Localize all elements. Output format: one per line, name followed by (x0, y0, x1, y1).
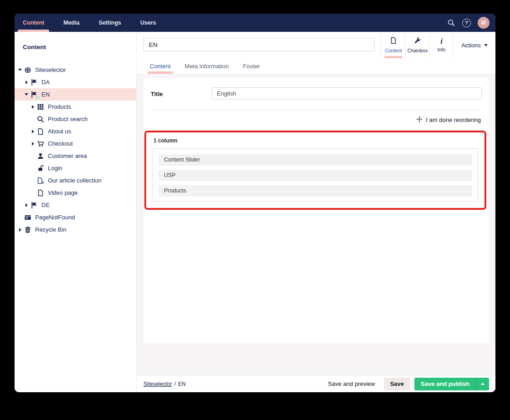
grid-row-products[interactable]: Products (158, 185, 472, 197)
tree-item-about-us[interactable]: About us (15, 125, 136, 137)
tree-item-de[interactable]: DE (15, 199, 136, 211)
expander-spacer (30, 153, 36, 159)
info-icon: i (440, 38, 443, 45)
tree-item-customer-area[interactable]: Customer area (15, 150, 136, 162)
annotation-highlight-box: 1 column Content Slider USP Products (144, 131, 486, 210)
content-tabs: Content Meta information Footer (137, 58, 495, 74)
expander-spacer (17, 214, 23, 221)
breadcrumb-separator: / (174, 381, 176, 387)
expander-icon[interactable] (23, 79, 30, 86)
tree-item-label: Products (48, 103, 71, 110)
search-icon (37, 116, 44, 123)
wrench-icon (414, 37, 421, 46)
document-icon (390, 37, 397, 46)
app-tab-label: Info (438, 47, 446, 52)
top-nav: Content Media Settings Users ? M (15, 14, 495, 32)
tree-item-label: Login (48, 165, 62, 172)
save-and-preview-button[interactable]: Save and preview (328, 380, 375, 387)
app-tab-label: Chainbox (408, 48, 428, 53)
expander-icon[interactable] (30, 128, 36, 135)
app-tab-label: Content (385, 48, 402, 53)
top-nav-right: ? M (447, 14, 495, 32)
expander-icon[interactable] (23, 202, 30, 208)
tree-item-recycle-bin[interactable]: Recycle Bin (15, 223, 136, 236)
save-button[interactable]: Save (384, 378, 410, 390)
tree-item-siteselector[interactable]: Siteselector (15, 64, 136, 76)
app-tab-chainbox[interactable]: Chainbox (405, 32, 429, 58)
tree-item-label: DA (41, 79, 50, 86)
actions-label: Actions (461, 42, 481, 49)
published-dot-icon (36, 96, 39, 99)
tab-meta-information[interactable]: Meta information (185, 58, 229, 74)
tree-item-pagenotfound[interactable]: PageNotFound (15, 211, 136, 223)
publish-options-toggle[interactable] (476, 378, 489, 390)
tree-item-video-page[interactable]: Video page (15, 187, 136, 199)
move-icon (416, 116, 423, 124)
expander-icon[interactable] (17, 67, 23, 73)
nav-item-settings[interactable]: Settings (92, 14, 128, 32)
document-icon (37, 128, 44, 135)
flag-icon (31, 79, 38, 86)
chevron-down-icon (484, 44, 488, 46)
tree-item-label: Customer area (48, 152, 87, 159)
tree-item-product-search[interactable]: Product search (15, 113, 136, 125)
breadcrumb: Siteselector / EN (143, 381, 186, 387)
tab-content[interactable]: Content (150, 58, 171, 74)
tree-item-da[interactable]: DA (15, 76, 136, 88)
tree-item-label: PageNotFound (35, 214, 75, 221)
tree-item-en[interactable]: EN (15, 88, 136, 101)
tree-item-label: DE (41, 202, 50, 208)
grid-container: Content Slider USP Products (153, 148, 478, 202)
search-icon[interactable] (447, 19, 455, 27)
breadcrumb-current: EN (178, 381, 186, 387)
nav-item-users[interactable]: Users (133, 14, 163, 32)
tree-item-our-article-collection[interactable]: Our article collection (15, 174, 136, 187)
expander-spacer (30, 116, 36, 122)
app-window: Content Media Settings Users ? M Content… (15, 14, 495, 392)
expander-icon[interactable] (17, 227, 23, 233)
grid-row-content-slider[interactable]: Content Slider (158, 154, 472, 166)
nav-item-content[interactable]: Content (15, 14, 51, 32)
tree-item-label: EN (41, 91, 50, 98)
tree-item-label: Our article collection (48, 177, 102, 184)
save-and-publish-button[interactable]: Save and publish (414, 378, 489, 390)
tab-footer[interactable]: Footer (243, 58, 260, 74)
tree-item-label: Video page (48, 189, 78, 196)
help-icon[interactable]: ? (462, 19, 471, 27)
expander-icon[interactable] (23, 91, 30, 98)
chevron-up-icon (481, 383, 484, 385)
avatar[interactable]: M (478, 17, 490, 29)
tree-item-login[interactable]: Login (15, 162, 136, 174)
document-icon (37, 189, 44, 197)
editor-footer: Siteselector / EN Save and preview Save … (137, 375, 495, 392)
tree-item-label: Checkout (48, 140, 73, 147)
footer-actions: Save and preview Save Save and publish (328, 378, 489, 390)
grid-section-label: 1 column (153, 137, 478, 144)
editor-header: Content Chainbox i Info Actions (137, 32, 495, 58)
done-reordering-button[interactable]: I am done reordering (151, 116, 481, 124)
app-tab-info[interactable]: i Info (429, 32, 454, 58)
actions-dropdown[interactable]: Actions (454, 32, 495, 58)
expander-icon[interactable] (30, 141, 36, 147)
section-divider (151, 110, 482, 110)
done-reordering-label: I am done reordering (426, 116, 481, 123)
editor-main: Content Chainbox i Info Actions (137, 32, 495, 392)
tree-item-products[interactable]: Products (15, 101, 136, 113)
sidebar: Content Siteselector DA (15, 32, 137, 392)
grid-icon (37, 103, 44, 111)
document-name-input[interactable] (143, 38, 375, 51)
nav-item-media[interactable]: Media (56, 14, 87, 32)
app-tabs: Content Chainbox i Info (381, 32, 454, 58)
breadcrumb-link-siteselector[interactable]: Siteselector (143, 381, 172, 387)
expander-icon[interactable] (30, 104, 36, 110)
tree-item-checkout[interactable]: Checkout (15, 137, 136, 150)
expander-spacer (30, 165, 36, 172)
app-tab-content[interactable]: Content (381, 32, 405, 58)
grid-row-usp[interactable]: USP (158, 170, 472, 181)
content-tree: Siteselector DA EN (15, 64, 136, 236)
expander-spacer (30, 177, 36, 184)
title-field-input[interactable] (212, 87, 482, 100)
save-and-publish-label: Save and publish (414, 378, 476, 390)
lock-open-icon (37, 165, 44, 172)
content-area: Title I am done reordering 1 column C (137, 74, 495, 375)
